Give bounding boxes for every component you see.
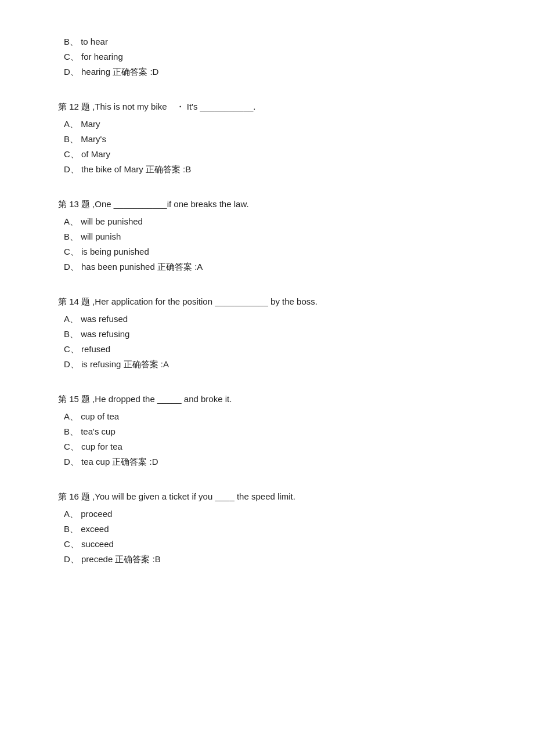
question-13: 第 13 题 ,One ___________if one breaks the… [58,197,476,274]
option-label: D、 [64,457,79,466]
option-text: refused [81,344,110,354]
option-label: A、 [64,314,78,324]
option-label: C、 [64,442,79,451]
option-label: D、 [64,359,79,369]
option-text: exceed [81,524,109,534]
question-16-option-b: B、 exceed [64,522,476,536]
option-label: B、 [64,231,78,241]
question-16-option-a: A、 proceed [64,507,476,521]
option-text: has been punished 正确答案 :A [81,262,203,272]
question-14-option-a: A、 was refused [64,312,476,326]
option-label: B、 [64,329,78,339]
option-text: the bike of Mary 正确答案 :B [81,164,191,174]
option-text: proceed [81,509,112,519]
option-label: A、 [64,509,78,519]
option-text: cup for tea [81,442,122,451]
question-14-option-d: D、 is refusing 正确答案 :A [64,357,476,371]
option-c-prev: C、 for hearing [64,50,476,64]
question-16-option-d: D、 precede 正确答案 :B [64,552,476,566]
question-12-option-a: A、 Mary [64,117,476,131]
option-text: succeed [81,539,114,549]
question-13-option-b: B、 will punish [64,230,476,244]
option-label: C、 [64,539,79,549]
question-13-option-a: A、 will be punished [64,215,476,229]
option-text: is being punished [81,247,149,256]
question-14: 第 14 题 ,Her application for the position… [58,295,476,371]
option-text: Mary's [81,134,106,144]
option-label: A、 [64,119,78,129]
option-text: will be punished [81,216,143,226]
option-text: of Mary [81,149,110,159]
option-label: C、 [64,149,79,159]
option-label: D、 [64,262,79,272]
question-12-option-b: B、 Mary's [64,132,476,146]
option-label: D、 [64,164,79,174]
question-16-option-c: C、 succeed [64,537,476,551]
question-14-option-c: C、 refused [64,342,476,356]
option-text: hearing 正确答案 :D [81,67,158,77]
option-label: C、 [64,344,79,354]
option-label: B、 [64,524,78,534]
option-label: A、 [64,411,78,421]
question-13-option-d: D、 has been punished 正确答案 :A [64,260,476,274]
question-15-title: 第 15 题 ,He dropped the _____ and broke i… [58,392,476,406]
option-text: to hear [81,37,108,46]
option-text: is refusing 正确答案 :A [81,359,169,369]
option-text: tea's cup [81,426,116,436]
option-text: precede 正确答案 :B [81,554,161,564]
question-12-title: 第 12 题 ,This is not my bike ・ It's _____… [58,100,476,114]
question-14-title: 第 14 题 ,Her application for the position… [58,295,476,309]
question-13-title: 第 13 题 ,One ___________if one breaks the… [58,197,476,211]
option-label: C、 [64,52,79,62]
option-text: cup of tea [81,411,119,421]
option-text: for hearing [81,52,123,62]
option-text: Mary [81,119,100,129]
option-label: B、 [64,37,78,46]
option-label: D、 [64,554,79,564]
option-label: C、 [64,247,79,256]
option-d-prev: D、 hearing 正确答案 :D [64,65,476,79]
partial-question-block: B、 to hear C、 for hearing D、 hearing 正确答… [58,35,476,79]
question-15-option-b: B、 tea's cup [64,425,476,439]
question-14-option-b: B、 was refusing [64,327,476,341]
question-15-option-d: D、 tea cup 正确答案 :D [64,455,476,469]
question-12: 第 12 题 ,This is not my bike ・ It's _____… [58,100,476,176]
question-15: 第 15 题 ,He dropped the _____ and broke i… [58,392,476,469]
question-16-title: 第 16 题 ,You will be given a ticket if yo… [58,490,476,504]
option-b-prev: B、 to hear [64,35,476,49]
option-text: tea cup 正确答案 :D [81,457,158,466]
option-text: will punish [81,231,121,241]
option-text: was refusing [81,329,129,339]
option-label: B、 [64,134,78,144]
option-label: B、 [64,426,78,436]
option-label: A、 [64,216,78,226]
question-13-option-c: C、 is being punished [64,245,476,259]
question-15-option-c: C、 cup for tea [64,440,476,454]
question-12-option-c: C、 of Mary [64,147,476,161]
question-12-option-d: D、 the bike of Mary 正确答案 :B [64,162,476,176]
option-label: D、 [64,67,79,77]
option-text: was refused [81,314,128,324]
question-16: 第 16 题 ,You will be given a ticket if yo… [58,490,476,566]
question-15-option-a: A、 cup of tea [64,410,476,424]
